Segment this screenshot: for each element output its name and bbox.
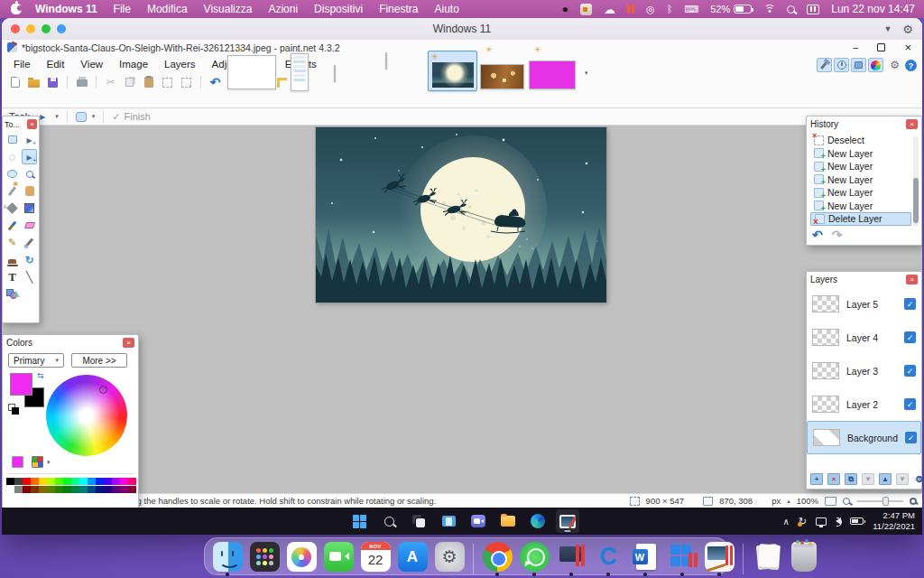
- palette-swatch[interactable]: [112, 478, 120, 485]
- history-item-new-layer[interactable]: New Layer: [810, 173, 911, 187]
- zoom-level-value[interactable]: 100%: [797, 496, 818, 506]
- rectangle-select-tool[interactable]: [5, 132, 20, 147]
- palette-swatch[interactable]: [104, 478, 112, 485]
- palette-swatch[interactable]: [128, 486, 136, 493]
- zoom-out-button[interactable]: [843, 498, 850, 505]
- gradient-tool[interactable]: [22, 200, 37, 216]
- dock-documents-stack[interactable]: [752, 542, 782, 576]
- dock-facetime[interactable]: [323, 542, 354, 576]
- paintnet-minimize-button[interactable]: −: [853, 42, 858, 53]
- tray-chevron-up-icon[interactable]: ∧: [783, 517, 790, 527]
- image-tab-winter[interactable]: [385, 52, 387, 70]
- palette-swatch[interactable]: [120, 486, 128, 493]
- tray-sync-icon[interactable]: ↻: [799, 516, 807, 527]
- palette-swatch[interactable]: [79, 478, 88, 485]
- layer-visible-checkbox[interactable]: ✓: [904, 298, 916, 310]
- image-tab-night[interactable]: [334, 65, 336, 82]
- menubar-app-icon[interactable]: [580, 4, 592, 15]
- menubar-clock[interactable]: Lun 22 nov 14:47: [831, 3, 915, 15]
- file-explorer-icon[interactable]: [496, 509, 520, 533]
- paintbrush-tool[interactable]: [5, 218, 20, 233]
- macos-menu-finestra[interactable]: Finestra: [371, 3, 426, 15]
- selection-shape-icon[interactable]: [76, 112, 87, 122]
- palette-swatch[interactable]: [71, 478, 79, 485]
- history-scrollbar[interactable]: [913, 136, 919, 227]
- unit-selector[interactable]: px: [772, 496, 781, 506]
- start-button[interactable]: [347, 509, 371, 533]
- menu-file[interactable]: File: [5, 57, 39, 71]
- image-tab-screenshot[interactable]: [291, 53, 309, 91]
- menu-layers[interactable]: Layers: [156, 57, 204, 71]
- cut-button[interactable]: ✂: [103, 75, 118, 89]
- macos-menu-modifica[interactable]: Modifica: [139, 3, 196, 15]
- color-mode-dropdown[interactable]: Primary▾: [8, 353, 64, 368]
- zoom-slider-thumb[interactable]: [882, 497, 889, 506]
- history-redo-button[interactable]: ↷: [832, 228, 843, 242]
- dock-c-app[interactable]: C: [593, 542, 624, 576]
- text-tool[interactable]: T: [5, 269, 20, 284]
- palette-swatch[interactable]: [112, 486, 120, 493]
- layer-row-4[interactable]: Layer 4✓: [807, 321, 921, 354]
- recolor-tool[interactable]: ↻: [22, 252, 37, 267]
- layer-row-3[interactable]: Layer 3✓: [807, 354, 921, 387]
- clone-stamp-tool[interactable]: [5, 252, 20, 267]
- taskbar-clock[interactable]: 2:47 PM 11/22/2021: [873, 510, 915, 533]
- cloud-icon[interactable]: ☁: [604, 4, 615, 15]
- palette-swatch[interactable]: [96, 486, 104, 493]
- layers-panel-close-button[interactable]: ×: [906, 275, 918, 284]
- swap-colors-icon[interactable]: ⇆: [37, 371, 44, 380]
- dock-trash[interactable]: [789, 542, 819, 576]
- history-item-delete-layer-selected[interactable]: Delete Layer: [810, 212, 911, 226]
- history-item-new-layer[interactable]: New Layer: [810, 200, 911, 213]
- bluetooth-icon[interactable]: ᛒ: [667, 5, 673, 14]
- dock-app-store[interactable]: A: [397, 542, 428, 576]
- dock-photos[interactable]: [286, 542, 317, 576]
- print-button[interactable]: [74, 75, 89, 89]
- vm-dropdown-icon[interactable]: ▼: [883, 24, 892, 33]
- vm-settings-gear-icon[interactable]: ⚙: [902, 23, 913, 36]
- primary-color-swatch[interactable]: [10, 373, 32, 396]
- history-item-new-layer[interactable]: New Layer: [810, 186, 911, 200]
- layer-visible-checkbox[interactable]: ✓: [905, 432, 917, 443]
- history-item-new-layer[interactable]: New Layer: [810, 160, 911, 173]
- more-button[interactable]: More >>: [71, 353, 127, 368]
- toggle-tools-panel-button[interactable]: [817, 58, 832, 72]
- palette-swatch[interactable]: [96, 478, 104, 485]
- color-wheel-selector-ring[interactable]: [99, 386, 107, 394]
- widgets-icon[interactable]: [407, 509, 430, 533]
- dock-word[interactable]: W: [630, 542, 661, 576]
- macos-menu-visualizza[interactable]: Visualizza: [196, 3, 261, 15]
- task-view-icon[interactable]: [437, 509, 460, 533]
- palette-swatch[interactable]: [14, 478, 23, 485]
- keyboard-icon[interactable]: ⌨: [684, 5, 698, 14]
- save-button[interactable]: [45, 75, 60, 89]
- palette-swatch[interactable]: [39, 486, 47, 493]
- undo-button[interactable]: ↶: [208, 75, 223, 89]
- history-item-deselect[interactable]: Deselect: [810, 134, 911, 147]
- ellipse-select-tool[interactable]: [5, 166, 20, 182]
- shapes-tool[interactable]: [5, 286, 20, 302]
- layer-visible-checkbox[interactable]: ✓: [904, 398, 916, 410]
- image-tab-blank[interactable]: [227, 55, 276, 89]
- color-wheel[interactable]: [46, 375, 127, 456]
- dock-parallels[interactable]: [556, 542, 587, 576]
- palette-swatch[interactable]: [23, 486, 31, 493]
- paintnet-maximize-button[interactable]: [877, 43, 885, 51]
- dock-windows-vm[interactable]: [667, 542, 698, 576]
- delete-layer-button[interactable]: ×: [827, 473, 840, 485]
- move-selected-pixels-tool[interactable]: ▸: [22, 149, 37, 164]
- palette-swatch[interactable]: [31, 486, 39, 493]
- palette-menu-button[interactable]: [32, 456, 43, 468]
- tool-dropdown-caret[interactable]: ▾: [55, 113, 59, 120]
- macos-menu-dispositivi[interactable]: Dispositivi: [306, 3, 371, 15]
- history-panel-close-button[interactable]: ×: [906, 119, 918, 129]
- palette-swatch[interactable]: [23, 478, 31, 485]
- dock-chrome[interactable]: [482, 542, 513, 576]
- battery-indicator[interactable]: 52%: [710, 4, 752, 14]
- toggle-layers-panel-button[interactable]: [851, 58, 866, 72]
- menu-image[interactable]: Image: [111, 57, 156, 71]
- teams-chat-icon[interactable]: [467, 509, 490, 533]
- macos-app-menu[interactable]: Windows 11: [27, 3, 106, 15]
- eraser-tool[interactable]: [22, 218, 37, 233]
- macos-menu-aiuto[interactable]: Aiuto: [426, 3, 467, 15]
